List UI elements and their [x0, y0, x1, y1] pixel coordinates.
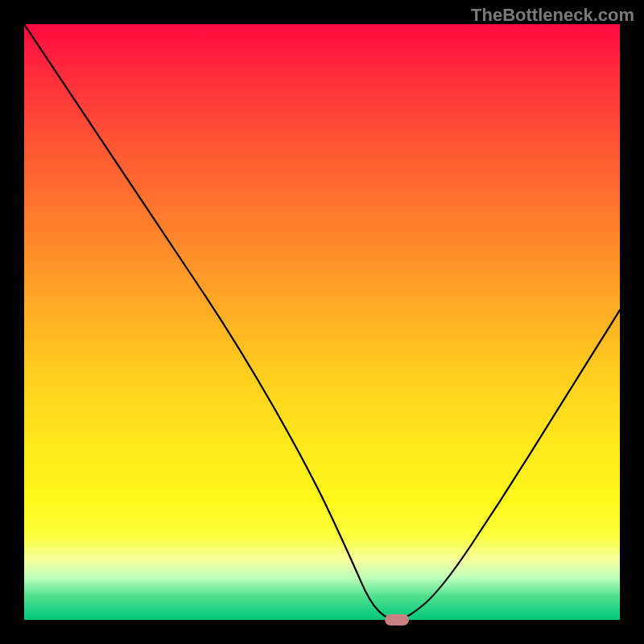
optimal-marker — [385, 614, 409, 625]
watermark-text: TheBottleneck.com — [471, 5, 634, 26]
chart-container: TheBottleneck.com — [0, 0, 644, 644]
plot-area — [24, 24, 620, 620]
